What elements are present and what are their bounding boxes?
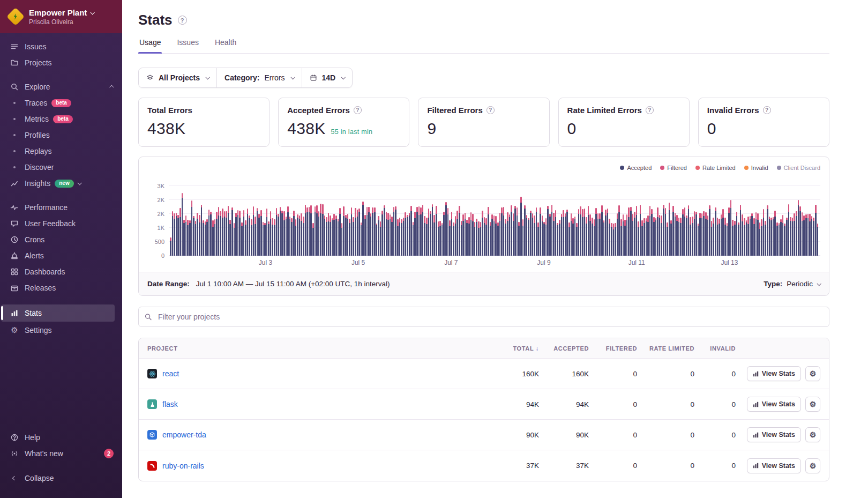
chart-bar[interactable] — [667, 222, 668, 256]
chart-bar[interactable] — [257, 208, 258, 256]
chart-bar[interactable] — [426, 218, 428, 256]
tab-issues[interactable]: Issues — [176, 37, 199, 53]
chart-bar[interactable] — [208, 210, 210, 256]
chart-bar[interactable] — [703, 211, 705, 256]
help-icon[interactable]: ? — [354, 106, 362, 114]
chart-bar[interactable] — [699, 213, 701, 256]
chart-bar[interactable] — [528, 218, 529, 256]
chart-bar[interactable] — [618, 205, 620, 256]
chart-bar[interactable] — [676, 215, 678, 256]
chart-bar[interactable] — [220, 211, 221, 256]
chart-bar[interactable] — [641, 220, 643, 256]
chart-bar[interactable] — [582, 209, 583, 256]
chart-bar[interactable] — [767, 205, 768, 256]
chart-bar[interactable] — [721, 214, 722, 256]
chart-bar[interactable] — [247, 209, 249, 256]
sidebar-item-traces[interactable]: Traces beta — [0, 95, 122, 111]
chart-bar[interactable] — [231, 207, 233, 256]
chart-bar[interactable] — [688, 205, 690, 256]
chart-bar[interactable] — [571, 213, 572, 256]
help-icon[interactable]: ? — [646, 106, 654, 114]
chart-bar[interactable] — [303, 217, 304, 256]
chart-bar[interactable] — [728, 207, 730, 256]
chart-bar[interactable] — [241, 222, 243, 256]
sidebar-item-profiles[interactable]: Profiles — [0, 127, 122, 143]
chart-bar[interactable] — [409, 213, 410, 256]
chart-bar[interactable] — [368, 207, 370, 256]
chart-bar[interactable] — [362, 202, 364, 256]
chart-bar[interactable] — [226, 211, 227, 256]
col-accepted[interactable]: ACCEPTED — [539, 345, 589, 352]
chart-bar[interactable] — [374, 207, 376, 256]
chart-bar[interactable] — [466, 220, 468, 256]
sidebar-item-issues[interactable]: Issues — [0, 39, 122, 55]
chart-bar[interactable] — [780, 219, 782, 256]
chart-bar[interactable] — [401, 219, 402, 256]
chart-bar[interactable] — [750, 216, 751, 256]
view-stats-button[interactable]: View Stats — [747, 366, 801, 381]
chevron-down-icon[interactable] — [77, 181, 81, 185]
org-switcher[interactable]: Empower Plant Priscila Oliveira — [0, 0, 122, 33]
col-total[interactable]: TOTAL↓ — [493, 345, 539, 352]
chart-bar[interactable] — [684, 207, 686, 256]
chart-bar[interactable] — [770, 218, 772, 256]
chart-bar[interactable] — [659, 215, 661, 256]
chart-bar[interactable] — [484, 217, 485, 256]
chart-bar[interactable] — [278, 214, 279, 256]
chart-bar[interactable] — [301, 213, 302, 256]
chart-bar[interactable] — [391, 217, 393, 256]
chart-bar[interactable] — [465, 213, 466, 256]
chart-bar[interactable] — [187, 220, 189, 256]
chart-bar[interactable] — [358, 209, 360, 256]
chart-bar[interactable] — [332, 218, 333, 256]
chart-bar[interactable] — [422, 205, 424, 256]
chart-bar[interactable] — [603, 220, 605, 256]
chart-bar[interactable] — [507, 212, 508, 256]
chart-bar[interactable] — [623, 214, 624, 256]
chart-bar[interactable] — [809, 214, 811, 256]
chart-bar[interactable] — [651, 209, 653, 256]
chart-bar[interactable] — [370, 213, 372, 256]
chart-bar[interactable] — [611, 223, 612, 256]
chart-bar[interactable] — [574, 217, 576, 256]
chart-bar[interactable] — [520, 197, 522, 256]
chart-bar[interactable] — [397, 219, 399, 256]
chart-bar[interactable] — [813, 218, 814, 256]
chart-bar[interactable] — [493, 215, 495, 256]
chart-bar[interactable] — [439, 221, 441, 256]
chart-bar[interactable] — [580, 206, 581, 256]
chart-bar[interactable] — [476, 219, 477, 256]
chart-bar[interactable] — [182, 193, 183, 256]
chart-bar[interactable] — [474, 222, 476, 256]
page-help-icon[interactable]: ? — [178, 16, 187, 25]
sidebar-item-crons[interactable]: Crons — [0, 232, 122, 248]
chart-bar[interactable] — [605, 210, 607, 256]
chart-bar[interactable] — [499, 213, 501, 256]
chart-bar[interactable] — [245, 220, 246, 256]
chart-bar[interactable] — [742, 214, 743, 256]
help-icon[interactable]: ? — [763, 106, 771, 114]
chart-bar[interactable] — [707, 215, 709, 256]
chart-bar[interactable] — [655, 218, 657, 256]
chart-bar[interactable] — [424, 216, 425, 256]
chart-bar[interactable] — [715, 207, 716, 256]
chart-bar[interactable] — [328, 213, 330, 256]
chart-bar[interactable] — [461, 221, 462, 256]
chart-bar[interactable] — [694, 211, 695, 256]
chart-bar[interactable] — [455, 216, 457, 256]
sidebar-item-projects[interactable]: Projects — [0, 55, 122, 71]
chart-bar[interactable] — [559, 220, 560, 256]
chart-bar[interactable] — [318, 211, 320, 256]
chart-bar[interactable] — [634, 212, 635, 256]
chart-bar[interactable] — [576, 223, 578, 256]
chart-bar[interactable] — [661, 215, 662, 256]
chart-bar[interactable] — [222, 209, 223, 256]
chart-bar[interactable] — [228, 206, 229, 256]
chart-bar[interactable] — [443, 212, 445, 256]
chart-bar[interactable] — [183, 220, 185, 256]
chart-bar[interactable] — [263, 222, 264, 256]
chart-bar[interactable] — [555, 210, 557, 256]
chart-bar[interactable] — [717, 218, 719, 256]
chart-bar[interactable] — [338, 219, 339, 256]
chart-bar[interactable] — [669, 203, 670, 256]
